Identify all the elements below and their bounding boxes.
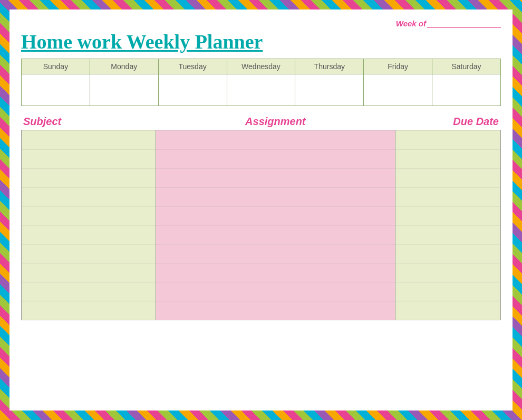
assignment-cell[interactable] [156,244,395,263]
assignment-row [22,282,501,301]
assignment-row [22,206,501,225]
duedate-cell[interactable] [395,244,501,263]
day-header-sunday: Sunday [22,59,90,74]
assignment-cell[interactable] [156,130,395,149]
assignment-row [22,225,501,244]
subject-cell[interactable] [22,206,156,225]
duedate-header: Due Date [395,116,501,128]
day-cell-thursday [295,74,364,106]
assignment-row [22,244,501,263]
week-line [427,27,501,28]
subject-cell[interactable] [22,225,156,244]
day-cell-wednesday [227,74,295,106]
duedate-cell[interactable] [395,149,501,168]
day-header-thursday: Thursday [295,59,364,74]
week-of-label: Week of [396,19,426,28]
day-cell-tuesday [158,74,227,106]
assignment-cell[interactable] [156,301,395,320]
assignment-cell[interactable] [156,263,395,282]
subject-cell[interactable] [22,187,156,206]
assignment-cell[interactable] [156,282,395,301]
assignment-cell[interactable] [156,168,395,187]
assignment-row [22,263,501,282]
duedate-cell[interactable] [395,263,501,282]
assignment-cell[interactable] [156,206,395,225]
subject-cell[interactable] [22,130,156,149]
assignment-cell[interactable] [156,187,395,206]
weekly-calendar: SundayMondayTuesdayWednesdayThursdayFrid… [21,59,501,106]
planner-title: Home work Weekly Planner [21,30,501,53]
subject-cell[interactable] [22,282,156,301]
day-cell-saturday [432,74,501,106]
duedate-cell[interactable] [395,130,501,149]
assignment-cell[interactable] [156,149,395,168]
subject-cell[interactable] [22,301,156,320]
day-cell-monday [90,74,158,106]
subject-header: Subject [21,116,156,128]
day-header-tuesday: Tuesday [158,59,227,74]
day-header-saturday: Saturday [432,59,501,74]
duedate-cell[interactable] [395,301,501,320]
day-header-friday: Friday [364,59,432,74]
subject-cell[interactable] [22,149,156,168]
assignment-row [22,301,501,320]
assignment-row [22,130,501,149]
subject-cell[interactable] [22,168,156,187]
assignment-row [22,168,501,187]
subject-cell[interactable] [22,244,156,263]
assignment-row [22,149,501,168]
day-cell-friday [364,74,432,106]
duedate-cell[interactable] [395,168,501,187]
assignment-header: Assignment [156,116,395,128]
duedate-cell[interactable] [395,187,501,206]
assignment-row [22,187,501,206]
duedate-cell[interactable] [395,282,501,301]
day-cell-sunday [22,74,90,106]
assignment-table [21,130,501,320]
assignment-section-headers: Subject Assignment Due Date [21,116,501,130]
duedate-cell[interactable] [395,206,501,225]
assignment-cell[interactable] [156,225,395,244]
week-of-header: Week of [21,19,501,28]
day-header-wednesday: Wednesday [227,59,295,74]
day-header-monday: Monday [90,59,158,74]
duedate-cell[interactable] [395,225,501,244]
main-content: Week of Home work Weekly Planner SundayM… [9,9,513,411]
subject-cell[interactable] [22,263,156,282]
